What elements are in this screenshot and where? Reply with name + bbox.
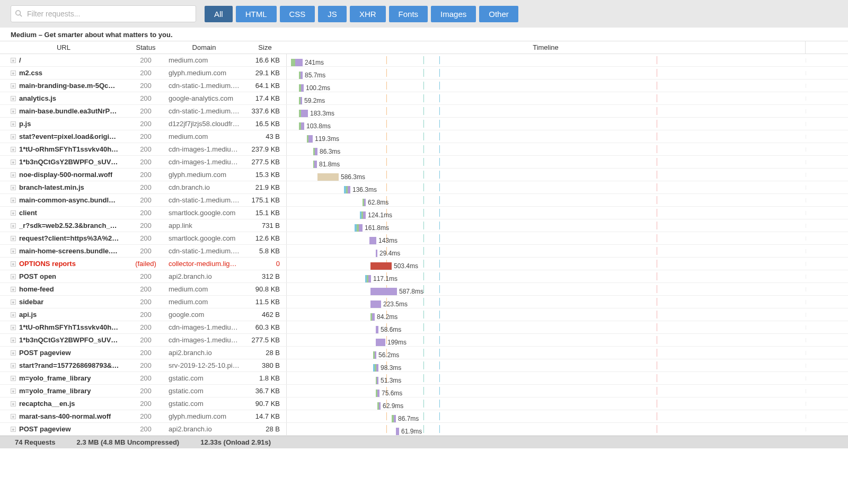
expand-icon[interactable]: + [11,401,16,406]
expand-icon[interactable]: + [11,185,16,190]
filter-other[interactable]: Other [479,6,518,22]
col-header-status[interactable]: Status [127,41,164,54]
expand-icon[interactable]: + [11,134,16,139]
url-cell[interactable]: +request?client=https%3A%2… [0,232,127,244]
expand-icon[interactable]: + [11,70,16,76]
expand-icon[interactable]: + [11,427,16,432]
filter-js[interactable]: JS [318,6,347,22]
expand-icon[interactable]: + [11,223,16,228]
table-row[interactable]: +POST open200api2.branch.io312 B117.1ms [0,270,848,283]
expand-icon[interactable]: + [11,147,16,152]
url-cell[interactable]: +_r?sdk=web2.52.3&branch_… [0,219,127,232]
expand-icon[interactable]: + [11,338,16,343]
col-header-domain[interactable]: Domain [164,41,244,54]
url-cell[interactable]: +1*b3nQCtGsY2BWPFO_sUV… [0,156,127,168]
filter-xhr[interactable]: XHR [350,6,386,22]
expand-icon[interactable]: + [11,236,16,241]
url-cell[interactable]: +POST open [0,270,127,282]
table-row[interactable]: +POST pageview200api2.branch.io28 B56.2m… [0,347,848,359]
url-cell[interactable]: +main-home-screens.bundle.… [0,245,127,257]
filter-images[interactable]: Images [431,6,476,22]
url-cell[interactable]: +/ [0,54,127,66]
table-row[interactable]: +analytics.js200google-analytics.com17.4… [0,92,848,105]
url-cell[interactable]: +1*tU-oRhmSFYhT1ssvkv40h… [0,321,127,333]
url-cell[interactable]: +OPTIONS reports [0,258,127,270]
expand-icon[interactable]: + [11,414,16,419]
table-row[interactable]: +noe-display-500-normal.woff200glyph.med… [0,169,848,181]
table-row[interactable]: +stat?event=pixel.load&origi…200medium.c… [0,130,848,143]
url-cell[interactable]: +POST pageview [0,423,127,435]
table-row[interactable]: +1*b3nQCtGsY2BWPFO_sUV…200cdn-images-1.m… [0,334,848,347]
expand-icon[interactable]: + [11,287,16,292]
url-cell[interactable]: +main-branding-base.m-5Qc… [0,79,127,92]
table-row[interactable]: +start?rand=1577268698793&…200srv-2019-1… [0,359,848,372]
table-row[interactable]: +main-base.bundle.ea3utNrP…200cdn-static… [0,105,848,118]
url-cell[interactable]: +m=yolo_frame_library [0,372,127,384]
table-row[interactable]: +client200smartlock.google.com15.1 KB124… [0,207,848,219]
expand-icon[interactable]: + [11,172,16,178]
filter-input[interactable] [11,5,196,22]
expand-icon[interactable]: + [11,312,16,317]
filter-all[interactable]: All [205,6,233,22]
table-row[interactable]: +OPTIONS reports(failed)collector-medium… [0,258,848,270]
url-cell[interactable]: +POST pageview [0,347,127,359]
expand-icon[interactable]: + [11,325,16,330]
expand-icon[interactable]: + [11,96,16,101]
filter-css[interactable]: CSS [280,6,315,22]
expand-icon[interactable]: + [11,210,16,216]
url-cell[interactable]: +recaptcha__en.js [0,397,127,410]
expand-icon[interactable]: + [11,83,16,89]
expand-icon[interactable]: + [11,121,16,127]
table-row[interactable]: +api.js200google.com462 B84.2ms [0,308,848,321]
url-cell[interactable]: +start?rand=1577268698793&… [0,359,127,372]
url-cell[interactable]: +main-common-async.bundl… [0,194,127,206]
table-row[interactable]: +1*b3nQCtGsY2BWPFO_sUV…200cdn-images-1.m… [0,156,848,169]
table-row[interactable]: +recaptcha__en.js200gstatic.com90.7 KB62… [0,397,848,410]
col-header-timeline[interactable]: Timeline [286,41,806,54]
expand-icon[interactable]: + [11,350,16,356]
table-row[interactable]: +branch-latest.min.js200cdn.branch.io21.… [0,181,848,194]
expand-icon[interactable]: + [11,261,16,267]
url-cell[interactable]: +1*b3nQCtGsY2BWPFO_sUV… [0,334,127,346]
url-cell[interactable]: +m=yolo_frame_library [0,385,127,397]
col-header-url[interactable]: URL [0,41,127,54]
filter-fonts[interactable]: Fonts [389,6,428,22]
url-cell[interactable]: +sidebar [0,296,127,308]
url-cell[interactable]: +api.js [0,308,127,321]
table-row[interactable]: +_r?sdk=web2.52.3&branch_…200app.link731… [0,219,848,232]
table-row[interactable]: +m=yolo_frame_library200gstatic.com1.8 K… [0,372,848,385]
table-row[interactable]: +marat-sans-400-normal.woff200glyph.medi… [0,410,848,423]
url-cell[interactable]: +marat-sans-400-normal.woff [0,410,127,422]
expand-icon[interactable]: + [11,198,16,203]
expand-icon[interactable]: + [11,363,16,368]
url-cell[interactable]: +1*tU-oRhmSFYhT1ssvkv40h… [0,143,127,155]
url-cell[interactable]: +branch-latest.min.js [0,181,127,193]
table-row[interactable]: +/200medium.com16.6 KB241ms [0,54,848,67]
url-cell[interactable]: +analytics.js [0,92,127,104]
url-cell[interactable]: +home-feed [0,283,127,295]
expand-icon[interactable]: + [11,376,16,381]
url-cell[interactable]: +m2.css [0,67,127,79]
expand-icon[interactable]: + [11,249,16,254]
table-row[interactable]: +m=yolo_frame_library200gstatic.com36.7 … [0,385,848,397]
table-row[interactable]: +main-common-async.bundl…200cdn-static-1… [0,194,848,207]
table-row[interactable]: +request?client=https%3A%2…200smartlock.… [0,232,848,245]
table-row[interactable]: +POST pageview200api2.branch.io28 B61.9m… [0,423,848,436]
table-row[interactable]: +main-branding-base.m-5Qc…200cdn-static-… [0,79,848,92]
expand-icon[interactable]: + [11,109,16,114]
table-row[interactable]: +1*tU-oRhmSFYhT1ssvkv40h…200cdn-images-1… [0,143,848,156]
url-cell[interactable]: +noe-display-500-normal.woff [0,169,127,181]
table-row[interactable]: +sidebar200medium.com11.5 KB223.5ms [0,296,848,308]
expand-icon[interactable]: + [11,299,16,305]
url-cell[interactable]: +p.js [0,118,127,130]
url-cell[interactable]: +main-base.bundle.ea3utNrP… [0,105,127,117]
table-row[interactable]: +m2.css200glyph.medium.com29.1 KB85.7ms [0,67,848,79]
expand-icon[interactable]: + [11,274,16,279]
expand-icon[interactable]: + [11,160,16,165]
table-row[interactable]: +main-home-screens.bundle.…200cdn-static… [0,245,848,258]
col-header-size[interactable]: Size [244,41,286,54]
table-row[interactable]: +home-feed200medium.com90.8 KB587.8ms [0,283,848,296]
url-cell[interactable]: +client [0,207,127,219]
expand-icon[interactable]: + [11,388,16,394]
filter-html[interactable]: HTML [236,6,277,22]
